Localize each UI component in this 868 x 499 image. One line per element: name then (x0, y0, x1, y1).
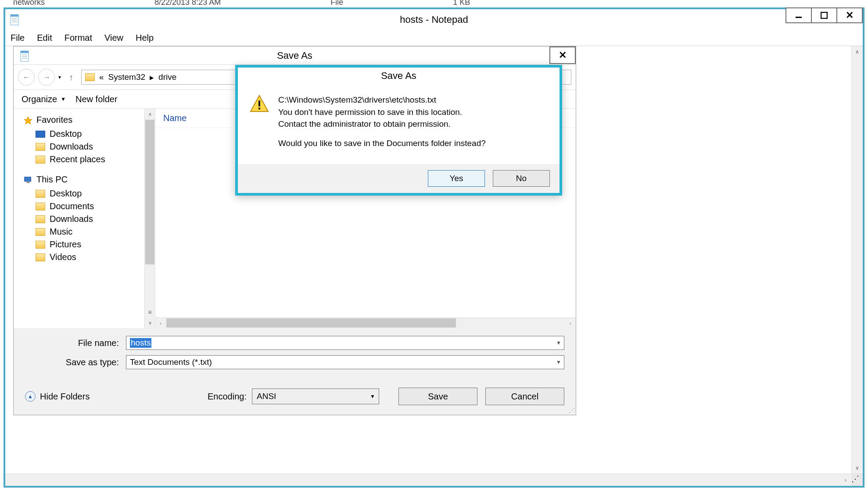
tree-item-pc-pictures[interactable]: Pictures (23, 238, 155, 251)
file-list-hscrollbar[interactable]: ‹ › (155, 317, 576, 328)
save-as-close-button[interactable]: ✕ (549, 46, 576, 64)
permission-dialog-inner: Save As C:\Windows\System32\drivers\etc\… (238, 68, 560, 193)
svg-marker-12 (24, 116, 32, 124)
svg-rect-1 (11, 14, 18, 17)
scroll-right-icon[interactable]: › (565, 318, 576, 328)
horizontal-scrollbar[interactable]: › ⋰ (5, 474, 863, 486)
svg-rect-6 (821, 12, 827, 18)
saveastype-select[interactable]: Text Documents (*.txt) ▼ (126, 355, 564, 369)
menu-help[interactable]: Help (136, 33, 154, 43)
save-as-icon (20, 50, 29, 61)
filename-label: File name: (25, 338, 126, 348)
breadcrumb-prefix: « (99, 72, 104, 82)
nav-forward-button[interactable]: → (38, 69, 55, 86)
resize-grip-icon[interactable]: ⋰ (851, 474, 863, 486)
scroll-thumb[interactable] (145, 120, 154, 264)
warning-icon (249, 94, 269, 156)
notepad-titlebar[interactable]: hosts - Notepad ✕ (5, 9, 863, 30)
hide-folders-button[interactable]: ▲ Hide Folders (25, 391, 90, 402)
tree-favorites-label: Favorites (36, 115, 72, 125)
no-button[interactable]: No (493, 170, 550, 187)
svg-rect-13 (25, 177, 31, 181)
maximize-button[interactable] (811, 7, 837, 23)
permission-dialog: Save As C:\Windows\System32\drivers\etc\… (235, 65, 562, 196)
bg-date: 8/22/2013 8:23 AM (154, 0, 221, 7)
save-as-inputs: File name: hosts ▼ Save as type: Text Do… (14, 328, 576, 378)
menu-format[interactable]: Format (65, 33, 92, 43)
permission-dialog-title[interactable]: Save As (238, 68, 560, 84)
bg-size: 1 KB (453, 0, 470, 7)
tree-item-pc-desktop[interactable]: Desktop (23, 187, 155, 200)
permission-dialog-body: C:\Windows\System32\drivers\etc\hosts.tx… (238, 84, 560, 164)
organize-button[interactable]: Organize ▼ (22, 94, 66, 104)
tree-thispc-label: This PC (36, 175, 68, 185)
notepad-body[interactable]: ∧ ∨ › ⋰ Save As ✕ ← → ▾ ↑ (5, 46, 863, 486)
scroll-up-icon[interactable]: ∧ (852, 46, 863, 57)
nav-back-button[interactable]: ← (18, 69, 35, 86)
folder-icon (36, 253, 45, 261)
save-button[interactable]: Save (398, 388, 477, 405)
chevron-down-icon[interactable]: ▼ (370, 393, 375, 399)
tree-scrollbar[interactable]: ∧ ≡ ∨ (144, 109, 155, 328)
close-button[interactable]: ✕ (836, 7, 863, 23)
svg-rect-16 (258, 100, 260, 106)
resize-grip-icon[interactable]: ⋰ (569, 407, 575, 414)
save-as-titlebar[interactable]: Save As ✕ (14, 46, 576, 65)
computer-icon (23, 175, 33, 184)
scroll-thumb[interactable] (166, 318, 456, 328)
minimize-button[interactable] (786, 7, 812, 23)
menu-file[interactable]: File (11, 33, 25, 43)
scroll-up-icon[interactable]: ∧ (145, 109, 155, 119)
tree-item-recent-places[interactable]: Recent places (23, 153, 155, 166)
folder-icon (85, 73, 95, 81)
folder-icon (36, 228, 45, 236)
new-folder-button[interactable]: New folder (75, 94, 118, 104)
menu-view[interactable]: View (104, 33, 123, 43)
yes-button[interactable]: Yes (428, 170, 485, 187)
cancel-button[interactable]: Cancel (485, 388, 564, 405)
permission-dialog-buttons: Yes No (238, 164, 560, 193)
dialog-question: Would you like to save in the Documents … (278, 137, 486, 150)
tree-item-pc-music[interactable]: Music (23, 225, 155, 238)
encoding-select[interactable]: ANSI ▼ (252, 389, 379, 404)
chevron-down-icon[interactable]: ▼ (556, 340, 561, 346)
folder-icon (36, 241, 45, 249)
tree-favorites-header[interactable]: Favorites (23, 115, 155, 125)
menu-edit[interactable]: Edit (37, 33, 52, 43)
scroll-right-icon[interactable]: › (840, 474, 851, 486)
tree-item-downloads[interactable]: Downloads (23, 140, 155, 153)
nav-up-button[interactable]: ↑ (65, 71, 78, 84)
desktop-icon (36, 131, 45, 138)
filename-input[interactable]: hosts ▼ (126, 336, 564, 350)
tree-item-pc-documents[interactable]: Documents (23, 200, 155, 213)
folder-icon (36, 190, 45, 198)
tree-item-pc-downloads[interactable]: Downloads (23, 213, 155, 225)
permission-dialog-text: C:\Windows\System32\drivers\etc\hosts.tx… (278, 94, 486, 156)
scroll-left-icon[interactable]: ‹ (155, 318, 166, 328)
tree-item-desktop[interactable]: Desktop (23, 128, 155, 140)
breadcrumb-seg1[interactable]: System32 (108, 72, 145, 82)
tree-thispc-header[interactable]: This PC (23, 175, 155, 185)
saveastype-value: Text Documents (*.txt) (130, 357, 212, 367)
hide-folders-label: Hide Folders (40, 392, 90, 402)
vertical-scrollbar[interactable]: ∧ ∨ (851, 46, 863, 474)
chevron-down-icon[interactable]: ▼ (556, 359, 561, 365)
svg-rect-8 (21, 51, 29, 53)
save-as-dialog: Save As ✕ ← → ▾ ↑ « System32 ▸ drive Org… (13, 46, 576, 415)
encoding-label: Encoding: (208, 392, 247, 402)
scroll-down-icon[interactable]: ∨ (852, 462, 863, 474)
chevron-down-icon: ▼ (61, 96, 66, 102)
dialog-path: C:\Windows\System32\drivers\etc\hosts.tx… (278, 95, 436, 104)
bg-type: File (330, 0, 343, 7)
nav-history-dropdown-icon[interactable]: ▾ (58, 74, 61, 80)
nav-tree[interactable]: Favorites Desktop Downloads Recent place… (14, 109, 155, 328)
dialog-line3: Contact the administrator to obtain perm… (278, 119, 451, 128)
scroll-down-icon[interactable]: ∨ (145, 317, 155, 328)
breadcrumb-seg2[interactable]: drive (158, 72, 176, 82)
dialog-line2: You don't have permission to save in thi… (278, 107, 462, 117)
tree-item-pc-videos[interactable]: Videos (23, 251, 155, 264)
star-icon (23, 116, 33, 125)
svg-rect-14 (26, 182, 29, 183)
folder-icon (36, 143, 45, 151)
breadcrumb-sep-icon: ▸ (150, 72, 154, 82)
